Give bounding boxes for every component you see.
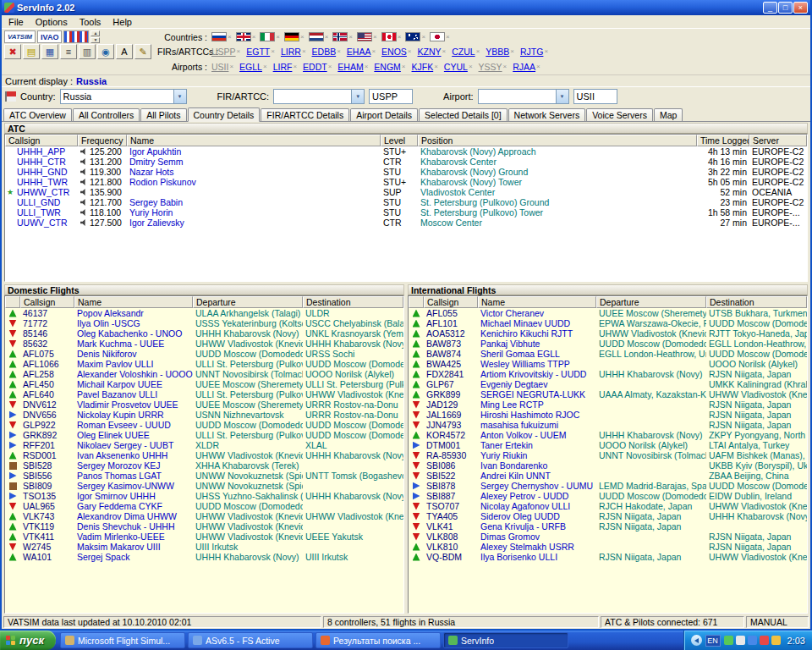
remove-icon[interactable]: × <box>503 63 508 70</box>
remove-icon[interactable]: × <box>371 48 376 55</box>
tab-atc-overview[interactable]: ATC Overview <box>3 108 72 121</box>
atc-row[interactable]: UHHH_CTR131.200Dmitry SemmCTRKhabarovsk … <box>5 157 807 167</box>
flight-row[interactable]: RA-85930Yuriy RiukinUNNT Novosibirsk (To… <box>409 450 807 460</box>
remove-icon[interactable]: × <box>476 48 480 55</box>
fir-select[interactable]: ▼ <box>273 89 365 104</box>
remove-icon[interactable]: × <box>536 63 540 70</box>
language-indicator[interactable]: EN <box>705 635 721 647</box>
tab-network-servers[interactable]: Network Servers <box>508 108 586 121</box>
flight-row[interactable]: VLK41Gena Krivulja - URFBRJSN Niigata, J… <box>409 521 807 532</box>
atc-row[interactable]: UUWV_CTR127.500Igor ZalievskyCTRMoscow C… <box>5 218 807 228</box>
remove-icon[interactable]: × <box>408 48 412 55</box>
weather-app-icon[interactable] <box>736 636 745 645</box>
flight-row[interactable]: DNV656Nickolay Kupin URRRUSNN Nizhnevart… <box>5 410 403 420</box>
flight-row[interactable]: AFL101Michael Minaev UUDDEPWA Warszawa-O… <box>409 318 807 328</box>
remove-icon[interactable]: × <box>348 34 353 41</box>
flight-row[interactable]: AFL450Michail Karpov UUEEUUEE Moscow (Sh… <box>5 379 403 389</box>
flight-row[interactable]: SBI522Andrei Kiln UNNTZBAA Beijing, Chin… <box>409 471 807 481</box>
taskbar-task-asv6-5-fs-active[interactable]: ASv6.5 - FS Active <box>188 632 313 648</box>
airport-select[interactable]: ▼ <box>478 89 569 104</box>
country-item-netherlands[interactable]: × <box>309 32 329 41</box>
chevron-down-icon[interactable]: ▼ <box>173 90 186 103</box>
flight-row[interactable]: JAL1669Hiroshi Hashimoto RJOCRJSN Niigat… <box>409 410 807 420</box>
airport-link-egll[interactable]: EGLL <box>239 62 262 72</box>
chevron-down-icon[interactable]: ▼ <box>351 90 364 103</box>
start-button[interactable]: пуск <box>0 631 56 650</box>
spin-up-button[interactable]: ▲ <box>91 30 100 36</box>
messenger-icon[interactable] <box>748 636 757 645</box>
fir-link-ybbb[interactable]: YBBB <box>486 47 509 57</box>
fir-link-enos[interactable]: ENOS <box>381 47 407 57</box>
remove-icon[interactable]: × <box>373 34 377 41</box>
flight-row[interactable]: GLP67Evgeniy DegtaevUMKK Kaliningrad (Kh… <box>409 379 807 389</box>
remove-icon[interactable]: × <box>469 63 473 70</box>
flight-row[interactable]: AFL1066Maxim Pavlov ULLIULLI St. Petersb… <box>5 359 403 369</box>
taskbar-task-[interactable]: Результаты поиска ... <box>315 632 441 648</box>
flight-row[interactable]: KOR4572Anton Volkov - UUEMUHHH Khabarovs… <box>409 430 807 440</box>
flight-row[interactable]: GRK892Oleg Elinek UUEEULLI St. Petersbur… <box>5 430 403 440</box>
remove-icon[interactable]: × <box>544 48 548 55</box>
edit-button[interactable]: ✎ <box>134 44 151 59</box>
remove-icon[interactable]: × <box>325 34 329 41</box>
flight-row[interactable]: SBI809Sergey Kasimov-UNWWUNWW Novokuznet… <box>5 481 403 491</box>
country-item-usa[interactable]: × <box>357 32 377 41</box>
flight-row[interactable]: 71772Ilya Olin -USCGUSSS Yekaterinburg (… <box>5 318 403 328</box>
remove-icon[interactable]: × <box>398 34 402 41</box>
fir-link-edbb[interactable]: EDBB <box>312 47 337 57</box>
tab-voice-servers[interactable]: Voice Servers <box>586 108 653 121</box>
fir-link-czul[interactable]: CZUL <box>452 47 475 57</box>
airport-code-field[interactable]: USII <box>573 89 617 104</box>
chevron-down-icon[interactable]: ▼ <box>556 90 568 103</box>
remove-icon[interactable]: × <box>300 34 304 41</box>
tab-airport-details[interactable]: Airport Details <box>350 108 418 121</box>
country-item-italy[interactable]: × <box>260 32 280 41</box>
remove-icon[interactable]: × <box>293 63 297 70</box>
spin-down-button[interactable]: ▼ <box>91 37 100 43</box>
airport-link-kjfk[interactable]: KJFK <box>412 62 434 72</box>
volume-icon[interactable] <box>771 636 781 645</box>
flight-row[interactable]: AFL640Pavel Bazanov ULLIULLI St. Petersb… <box>5 389 403 399</box>
column-departure[interactable]: Departure <box>193 296 303 308</box>
airport-link-usii[interactable]: USII <box>211 62 228 72</box>
maximize-button[interactable]: □ <box>778 2 793 14</box>
remove-icon[interactable]: × <box>328 63 332 70</box>
flight-row[interactable]: SBI556Panos Thomas LGATUNWW Novokuznetsk… <box>5 471 403 481</box>
remove-icon[interactable]: × <box>229 63 233 70</box>
minimize-button[interactable]: _ <box>763 2 777 14</box>
country-item-canada[interactable]: × <box>381 32 402 41</box>
fir-link-kzny[interactable]: KZNY <box>418 47 442 57</box>
network-logo-icon[interactable] <box>63 30 89 43</box>
flight-row[interactable]: SBI086Ivan BondarenkoUKBB Kyiv (Boryspil… <box>409 460 807 471</box>
flight-row[interactable]: UAL965Gary Feddema CYKFUUDD Moscow (Domo… <box>5 501 403 511</box>
airport-link-rjaa[interactable]: RJAA <box>513 62 535 72</box>
font-button[interactable]: A <box>116 44 133 59</box>
atc-column-position[interactable]: Position <box>418 135 697 146</box>
ivao-logo[interactable]: IVAO <box>37 30 62 43</box>
fir-link-egtt[interactable]: EGTT <box>246 47 270 57</box>
airport-link-eham[interactable]: EHAM <box>337 62 363 72</box>
taskbar-task-microsoft-flight-simul[interactable]: Microsoft Flight Simul... <box>60 632 185 648</box>
remove-icon[interactable]: × <box>446 34 450 41</box>
flight-row[interactable]: VLK743Alexandrov Dima UHWWUHWW Vladivost… <box>5 511 403 521</box>
flight-row[interactable]: GRK899SERGEI NEGRUTA-LUKKUAAA Almaty, Ka… <box>409 389 807 399</box>
grid-view-button[interactable]: ▦ <box>41 44 58 59</box>
flight-row[interactable]: DTM001Taner ErtekinUOOO Norilsk (Alykel)… <box>409 440 807 450</box>
atc-column-level[interactable]: Level <box>381 135 418 146</box>
list-view-button[interactable]: ≡ <box>60 44 77 59</box>
flight-row[interactable]: JJN4793masahisa fukuizumiRJSN Niigata, J… <box>409 420 807 430</box>
tab-all-pilots[interactable]: All Pilots <box>140 108 186 121</box>
flight-row[interactable]: VLK808Dimas GromovRJSN Niigata, Japan <box>409 532 807 542</box>
flight-row[interactable]: AFL258Alexander Voloshkin - UOOOUNNT Nov… <box>5 369 403 379</box>
remove-icon[interactable]: × <box>365 63 369 70</box>
menu-file[interactable]: File <box>3 16 30 28</box>
print-button[interactable]: ▥ <box>79 44 96 59</box>
flight-row[interactable]: AOA5312Kenichiro Kikuchi RJTTUHWW Vladiv… <box>409 328 807 339</box>
flight-row[interactable]: BAW874Sheril Gomaa EGLLEGLL London-Heath… <box>409 349 807 359</box>
column-destination[interactable]: Destination <box>706 296 807 308</box>
column-destination[interactable]: Destination <box>303 296 403 308</box>
atc-row[interactable]: UHHH_GND119.300Nazar HotsSTUKhabarovsk (… <box>5 167 807 177</box>
airport-link-engm[interactable]: ENGM <box>374 62 401 72</box>
menu-options[interactable]: Options <box>30 16 74 28</box>
atc-row[interactable]: ★UHWW_CTR135.900SUPVladivostok Center52 … <box>5 187 807 197</box>
atc-column-time-logged[interactable]: Time Logged <box>697 135 749 146</box>
